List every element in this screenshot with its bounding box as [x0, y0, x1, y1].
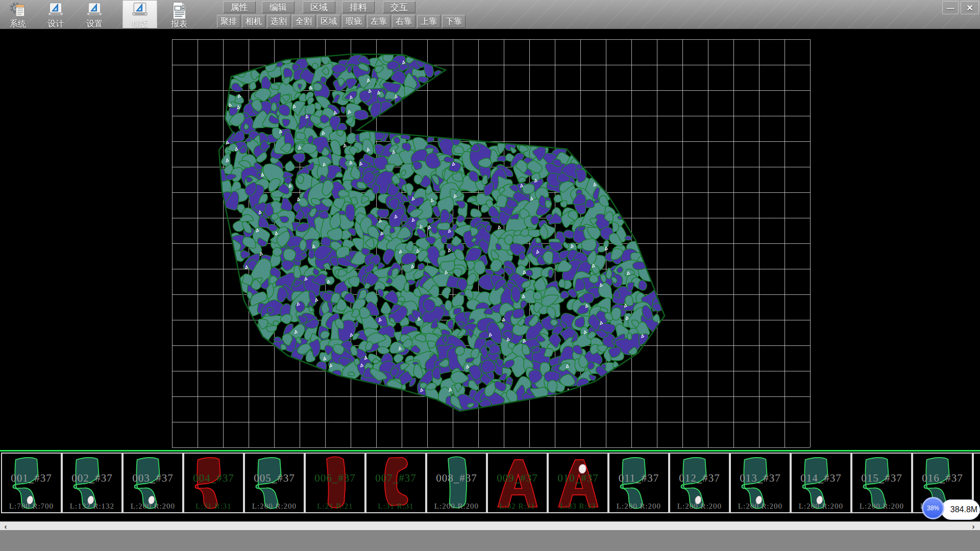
part-lr-count: L:700 R:700 [2, 502, 61, 511]
app-tab-2[interactable]: 设计 [39, 1, 72, 28]
app-tab-label: 报表 [162, 20, 196, 28]
progress-badge[interactable]: 384.8M 38% [922, 497, 980, 522]
part-id-label: 016_#37 [913, 472, 972, 485]
menu-tab-3[interactable]: 区域 [303, 1, 335, 13]
part-lr-count: L:200 R:200 [670, 502, 729, 511]
part-id-label: 003_#37 [124, 472, 182, 485]
part-thumbnail-9[interactable]: 009_#37L:32 R:31 [487, 453, 548, 513]
part-id-label: 010_#37 [549, 472, 607, 485]
part-lr-count: L:200 R:200 [609, 502, 668, 511]
app-window: { "window": { "minimize": "—", "close": … [0, 0, 980, 551]
part-thumbnail-7[interactable]: 007_#37L:31 R:31 [365, 453, 426, 513]
menu-tab-1[interactable]: 属性 [223, 1, 256, 13]
tool-button-7[interactable]: 左靠 [367, 15, 390, 28]
tool-button-8[interactable]: 右靠 [392, 15, 415, 28]
memory-pill: 384.8M [941, 499, 980, 520]
part-lr-count: L:31 R:31 [184, 502, 243, 511]
strip-highlight-line [0, 450, 980, 452]
menu-tab-2[interactable]: 编辑 [262, 1, 295, 13]
part-id-label: 005_#37 [245, 472, 304, 485]
minimize-button[interactable]: — [942, 1, 959, 14]
close-button[interactable]: ✕ [961, 1, 979, 14]
part-id-label: 004_#37 [184, 472, 243, 485]
part-thumbnail-12[interactable]: 012_#37L:200 R:200 [669, 453, 730, 513]
scroll-right-arrow-icon[interactable]: › [969, 522, 978, 530]
report-document-icon [162, 1, 196, 20]
tool-button-2[interactable]: 相机 [242, 15, 265, 28]
part-id-label: 002_#37 [63, 472, 121, 485]
app-tab-1[interactable]: 系统 [1, 1, 35, 28]
part-lr-count: L:200 R:200 [124, 502, 182, 511]
app-tab-4[interactable]: 排版 [122, 1, 157, 28]
part-lr-count: L:200 R:200 [852, 502, 911, 511]
part-lr-count: L:200 R:200 [427, 502, 486, 511]
menu-tab-4[interactable]: 排料 [342, 1, 375, 13]
tool-button-9[interactable]: 上靠 [417, 15, 440, 28]
tool-button-4[interactable]: 全割 [292, 15, 315, 28]
progress-disc: 38% [922, 497, 944, 519]
part-thumbnail-8[interactable]: 008_#37L:200 R:200 [426, 453, 487, 513]
app-tab-label: 设计 [39, 20, 72, 28]
part-id-label: 014_#37 [792, 472, 850, 485]
tool-button-1[interactable]: 聚排 [217, 15, 240, 28]
nesting-canvas[interactable] [0, 29, 980, 450]
part-id-label: 007_#37 [366, 472, 425, 485]
part-thumbnail-1[interactable]: 001_#37L:700 R:700 [1, 453, 62, 513]
app-tab-label: 设置 [78, 20, 111, 28]
app-tab-label: 系统 [1, 20, 35, 28]
nesting-ruler-icon [123, 1, 157, 20]
part-thumbnail-4[interactable]: 004_#37L:31 R:31 [183, 453, 244, 513]
tool-button-6[interactable]: 瑕疵 [342, 15, 365, 28]
design-ruler-icon [39, 1, 72, 20]
app-tab-label: 排版 [123, 20, 157, 28]
part-lr-count: L:21 R:21 [306, 502, 364, 511]
app-tab-5[interactable]: 报表 [162, 1, 196, 28]
part-thumbnail-15[interactable]: 015_#37L:200 R:200 [851, 453, 912, 513]
part-thumbnail-14[interactable]: 014_#37L:200 R:200 [791, 453, 851, 513]
part-thumbnail-11[interactable]: 011_#37L:200 R:200 [608, 453, 669, 513]
part-lr-count: L:200 R:200 [245, 502, 304, 511]
tool-button-5[interactable]: 区域 [317, 15, 340, 28]
parts-thumbnail-strip: 001_#37L:700 R:700002_#37L:132 R:132003_… [0, 450, 980, 521]
part-lr-count: L:200 R:200 [792, 502, 850, 511]
scroll-left-arrow-icon[interactable]: ‹ [1, 522, 10, 530]
part-lr-count: L:132 R:132 [63, 502, 121, 511]
tool-button-10[interactable]: 下靠 [442, 15, 465, 28]
tool-button-3[interactable]: 选割 [267, 15, 290, 28]
system-gear-icon [1, 1, 35, 20]
part-id-label: 009_#37 [488, 472, 547, 485]
app-tab-3[interactable]: 设置 [78, 1, 111, 28]
part-id-label: 008_#37 [427, 472, 486, 485]
part-id-label: 012_#37 [670, 472, 729, 485]
part-thumbnail-13[interactable]: 013_#37L:200 R:200 [730, 453, 791, 513]
menu-tab-5[interactable]: 交互 [383, 1, 415, 13]
part-lr-count: L:200 R:200 [731, 502, 790, 511]
part-thumbnail-10[interactable]: 010_#37L:33 R:33 [548, 453, 608, 513]
part-id-label: 017_#37 [974, 472, 980, 485]
status-bar [0, 530, 980, 551]
part-id-label: 011_#37 [609, 472, 668, 485]
horizontal-scrollbar[interactable]: ‹ › [0, 521, 980, 530]
part-lr-count: L:33 R:33 [549, 502, 607, 511]
part-id-label: 015_#37 [852, 472, 911, 485]
part-id-label: 013_#37 [731, 472, 790, 485]
part-lr-count: L:31 R:31 [366, 502, 425, 511]
part-id-label: 001_#37 [2, 472, 61, 485]
part-thumbnail-2[interactable]: 002_#37L:132 R:132 [62, 453, 122, 513]
part-thumbnail-3[interactable]: 003_#37L:200 R:200 [122, 453, 183, 513]
part-thumbnail-5[interactable]: 005_#37L:200 R:200 [244, 453, 305, 513]
settings-ruler-icon [78, 1, 111, 20]
part-id-label: 006_#37 [306, 472, 364, 485]
part-lr-count: L:32 R:31 [488, 502, 547, 511]
top-toolbar: 系统设计设置排版报表 属性编辑区域排料交互 聚排相机选割全割区域瑕疵左靠右靠上靠… [0, 0, 980, 29]
part-thumbnail-6[interactable]: 006_#37L:21 R:21 [305, 453, 365, 513]
